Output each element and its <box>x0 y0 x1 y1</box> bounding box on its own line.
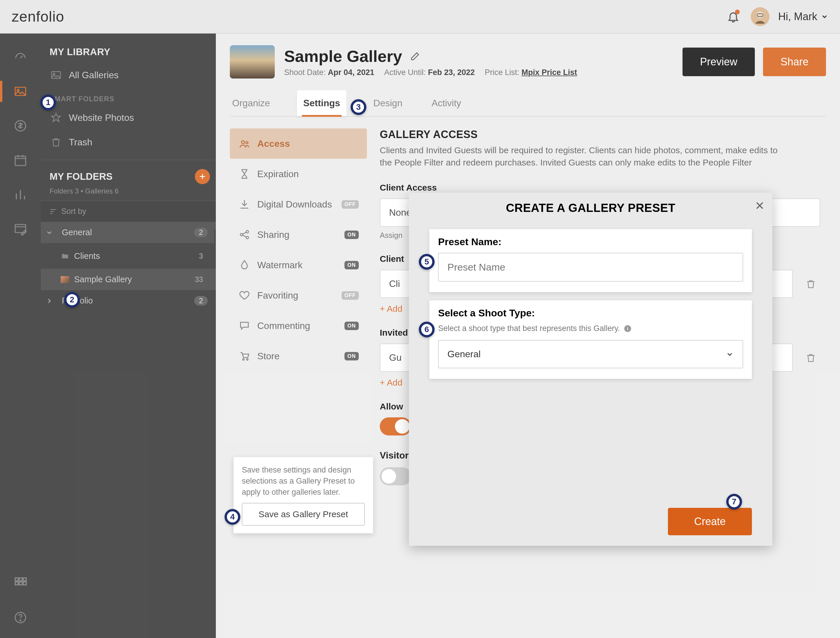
callout-6: 6 <box>419 321 434 337</box>
callout-2: 2 <box>64 292 80 308</box>
shoot-type-select[interactable]: General <box>438 340 743 368</box>
preset-name-input[interactable] <box>438 253 743 282</box>
shoot-type-label: Select a Shoot Type: <box>438 307 743 319</box>
create-preset-modal: CREATE A GALLERY PRESET ✕ Preset Name: S… <box>409 193 772 546</box>
close-icon: ✕ <box>755 199 765 212</box>
callout-7: 7 <box>726 494 742 510</box>
preset-name-label: Preset Name: <box>438 236 743 247</box>
callout-4: 4 <box>224 509 240 525</box>
create-button[interactable]: Create <box>668 508 752 535</box>
callout-5: 5 <box>419 254 434 270</box>
modal-title: CREATE A GALLERY PRESET <box>506 201 675 215</box>
modal-close-button[interactable]: ✕ <box>755 199 765 212</box>
callout-1: 1 <box>40 95 56 110</box>
info-icon[interactable]: i <box>624 325 632 333</box>
shoot-type-help: Select a shoot type that best represents… <box>438 324 620 333</box>
callout-3: 3 <box>351 99 366 115</box>
svg-text:i: i <box>627 326 628 331</box>
selected-value: General <box>447 349 481 359</box>
chevron-down-icon <box>726 350 734 358</box>
